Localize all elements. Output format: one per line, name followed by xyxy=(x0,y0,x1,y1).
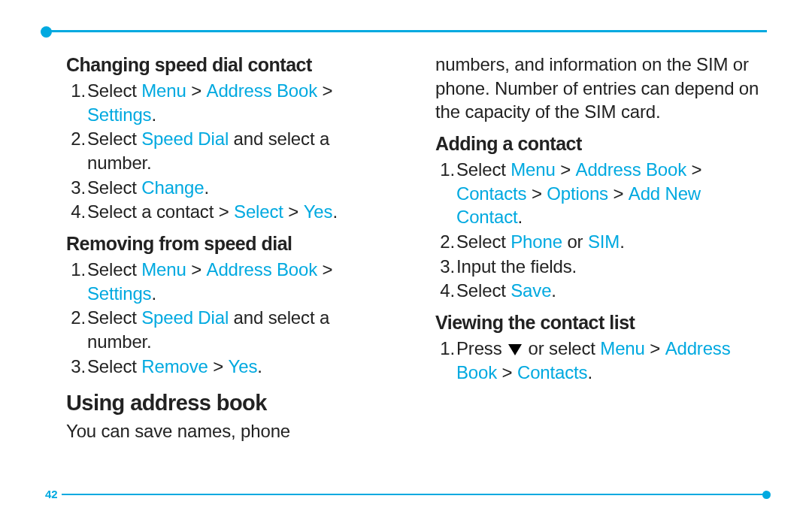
page-content: Changing speed dial contact Select Menu … xyxy=(66,53,767,469)
heading-changing-speed-dial: Changing speed dial contact xyxy=(66,53,398,77)
link-options: Options xyxy=(547,183,608,204)
list-item: Select Menu > Address Book > Settings. xyxy=(87,258,398,305)
list-item: Select Menu > Address Book > Settings. xyxy=(87,79,398,126)
list-item: Select Speed Dial and select a number. xyxy=(87,306,398,353)
section-changing-speed-dial: Changing speed dial contact Select Menu … xyxy=(66,53,398,224)
steps-adding-contact: Select Menu > Address Book > Contacts > … xyxy=(435,158,767,303)
section-adding-contact: Adding a contact Select Menu > Address B… xyxy=(435,131,767,303)
list-item: Select Change. xyxy=(87,176,398,200)
link-select: Select xyxy=(234,201,283,222)
down-arrow-icon xyxy=(508,344,522,355)
link-contacts: Contacts xyxy=(456,183,526,204)
list-item: Select Phone or SIM. xyxy=(456,230,767,254)
heading-removing-speed-dial: Removing from speed dial xyxy=(66,231,398,256)
section-using-address-book: Using address book You can save names, p… xyxy=(66,388,398,443)
link-yes: Yes xyxy=(229,356,258,376)
steps-removing-speed-dial: Select Menu > Address Book > Settings. S… xyxy=(66,258,398,378)
link-menu: Menu xyxy=(600,338,644,358)
page-number: 42 xyxy=(45,488,62,500)
link-address-book: Address Book xyxy=(207,259,318,280)
link-save: Save xyxy=(511,280,551,301)
link-change: Change xyxy=(141,177,204,198)
heading-using-address-book: Using address book xyxy=(66,388,398,417)
link-address-book: Address Book xyxy=(207,80,318,101)
list-item: Input the fields. xyxy=(456,255,767,279)
list-item: Select Remove > Yes. xyxy=(87,355,398,379)
link-menu: Menu xyxy=(141,259,186,280)
section-removing-speed-dial: Removing from speed dial Select Menu > A… xyxy=(66,231,398,378)
link-settings: Settings xyxy=(87,283,151,304)
link-settings: Settings xyxy=(87,104,151,125)
section-viewing-contact-list: Viewing the contact list Press or select… xyxy=(435,310,767,384)
list-item: Select Save. xyxy=(456,279,767,303)
link-sim: SIM xyxy=(588,231,620,252)
link-contacts: Contacts xyxy=(517,362,587,382)
link-phone: Phone xyxy=(511,231,562,252)
list-item: Select a contact > Select > Yes. xyxy=(87,200,398,224)
link-speed-dial: Speed Dial xyxy=(141,128,229,149)
bottom-rule xyxy=(45,494,767,495)
steps-viewing-contact-list: Press or select Menu > Address Book > Co… xyxy=(435,337,767,384)
para-address-book-lead: You can save names, phone xyxy=(66,419,398,443)
list-item: Select Menu > Address Book > Contacts > … xyxy=(456,158,767,229)
steps-changing-speed-dial: Select Menu > Address Book > Settings. S… xyxy=(66,79,398,224)
link-menu: Menu xyxy=(141,80,186,101)
top-rule xyxy=(45,30,767,32)
link-menu: Menu xyxy=(511,159,555,180)
list-item: Select Speed Dial and select a number. xyxy=(87,127,398,174)
link-address-book: Address Book xyxy=(576,159,687,180)
heading-viewing-contact-list: Viewing the contact list xyxy=(435,310,767,335)
link-speed-dial: Speed Dial xyxy=(141,307,229,328)
manual-page: Changing speed dial contact Select Menu … xyxy=(0,0,812,529)
link-remove: Remove xyxy=(141,356,208,376)
link-yes: Yes xyxy=(304,201,333,222)
para-address-book-cont: numbers, and information on the SIM or p… xyxy=(435,53,767,124)
heading-adding-contact: Adding a contact xyxy=(435,131,767,156)
list-item: Press or select Menu > Address Book > Co… xyxy=(456,337,767,384)
